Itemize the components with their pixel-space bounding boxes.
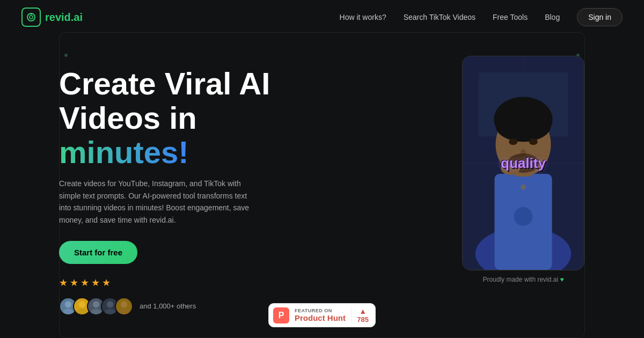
social-proof-text: and 1,000+ others — [140, 302, 196, 310]
logo: revid.ai — [21, 8, 83, 27]
svg-point-6 — [77, 308, 87, 315]
svg-point-12 — [119, 308, 129, 315]
hero-title: Create Viral AI Videos in minutes! — [59, 67, 419, 169]
star-3: ★ — [80, 277, 89, 289]
svg-point-5 — [79, 301, 85, 307]
svg-point-28 — [514, 207, 533, 226]
ph-name: Product Hunt — [295, 313, 346, 322]
logo-suffix: .ai — [71, 11, 83, 23]
ph-arrow-icon: ▲ — [359, 307, 367, 315]
ph-vote-count: 785 — [357, 315, 369, 324]
start-for-free-button[interactable]: Start for free — [59, 241, 137, 264]
star-4: ★ — [91, 277, 100, 289]
svg-point-9 — [107, 301, 113, 307]
navbar: revid.ai How it works? Search TikTok Vid… — [0, 0, 644, 34]
ph-featured-label: FEATURED ON — [295, 308, 346, 313]
svg-point-10 — [105, 308, 115, 315]
video-thumbnail: quality — [463, 56, 584, 270]
proudly-text-content: Proudly made with revid.ai — [482, 276, 558, 283]
stars-row: ★ ★ ★ ★ ★ — [59, 277, 419, 289]
hero-left: Create Viral AI Videos in minutes! Creat… — [59, 56, 419, 315]
svg-point-7 — [93, 301, 99, 307]
svg-point-4 — [63, 308, 73, 315]
star-2: ★ — [70, 277, 78, 289]
nav-link-free-tools[interactable]: Free Tools — [493, 13, 528, 21]
star-5: ★ — [102, 277, 111, 289]
ph-text-area: FEATURED ON Product Hunt — [295, 308, 346, 322]
svg-point-22 — [495, 110, 551, 142]
svg-point-1 — [30, 16, 33, 19]
nav-link-search-tiktok[interactable]: Search TikTok Videos — [404, 13, 475, 21]
avatar-5 — [115, 297, 133, 315]
main-content: Create Viral AI Videos in minutes! Creat… — [0, 34, 644, 315]
hero-title-line2: Videos in — [59, 100, 197, 135]
star-1: ★ — [59, 277, 68, 289]
proudly-made-text: Proudly made with revid.ai ♥ — [482, 276, 564, 283]
svg-point-3 — [65, 301, 71, 307]
hero-right: quality Proudly made with revid.ai ♥ — [462, 56, 585, 283]
ph-logo-letter: P — [279, 311, 284, 320]
hero-title-line1: Create Viral AI — [59, 66, 270, 101]
nav-links: How it works? Search TikTok Videos Free … — [340, 8, 623, 26]
hero-subtitle: Create videos for YouTube, Instagram, an… — [59, 178, 252, 226]
ph-vote-area: ▲ 785 — [351, 307, 369, 324]
svg-point-23 — [509, 138, 517, 145]
nav-link-blog[interactable]: Blog — [545, 13, 560, 21]
hero-title-line3: minutes! — [59, 135, 189, 170]
svg-point-24 — [529, 138, 538, 145]
product-hunt-logo: P — [273, 307, 289, 324]
svg-point-29 — [521, 185, 526, 190]
logo-icon — [21, 8, 41, 27]
quality-text-overlay: quality — [501, 155, 546, 172]
svg-point-8 — [91, 308, 101, 315]
heart-icon: ♥ — [560, 276, 564, 283]
nav-link-how-it-works[interactable]: How it works? — [340, 13, 386, 21]
product-hunt-badge[interactable]: P FEATURED ON Product Hunt ▲ 785 — [268, 303, 376, 327]
logo-text: revid.ai — [45, 11, 83, 24]
video-card: quality — [462, 56, 584, 270]
logo-prefix: revid — [45, 11, 71, 23]
svg-point-11 — [121, 301, 127, 307]
svg-point-2 — [31, 13, 32, 15]
avatar-stack — [59, 297, 133, 315]
signin-button[interactable]: Sign in — [577, 8, 623, 26]
